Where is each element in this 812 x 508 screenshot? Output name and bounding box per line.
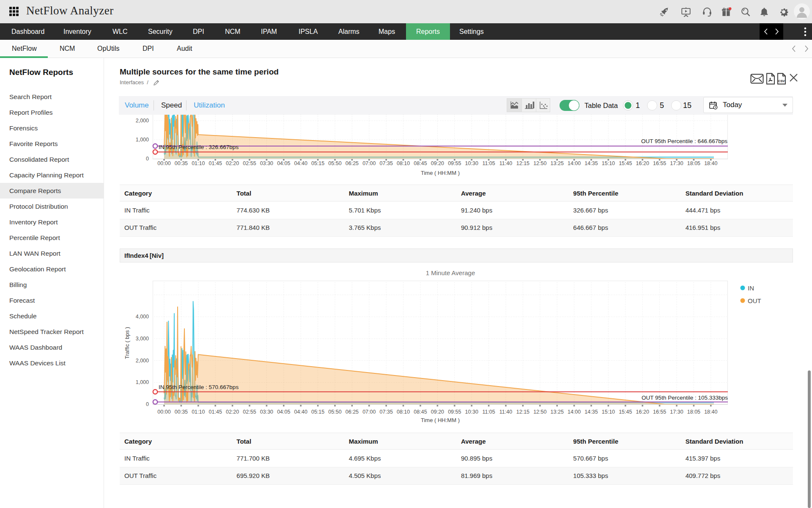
- svg-text:07:35: 07:35: [380, 160, 393, 166]
- svg-text:07:00: 07:00: [362, 409, 376, 415]
- svg-text:05:15: 05:15: [311, 160, 324, 166]
- svg-text:12:50: 12:50: [533, 160, 546, 166]
- svg-text:18:40: 18:40: [704, 160, 717, 166]
- svg-text:01:45: 01:45: [209, 160, 222, 166]
- svg-text:09:20: 09:20: [431, 160, 444, 166]
- svg-text:12:15: 12:15: [516, 409, 529, 415]
- svg-text:16:55: 16:55: [653, 409, 666, 415]
- svg-text:01:10: 01:10: [192, 160, 205, 166]
- svg-text:14:00: 14:00: [568, 160, 581, 166]
- svg-text:03:30: 03:30: [260, 160, 273, 166]
- svg-text:IN 95th Percentile : 570.667bp: IN 95th Percentile : 570.667bps: [159, 384, 239, 390]
- svg-text:03:30: 03:30: [260, 409, 273, 415]
- svg-text:05:15: 05:15: [311, 409, 324, 415]
- svg-text:02:20: 02:20: [226, 160, 239, 166]
- svg-text:00:00: 00:00: [157, 409, 170, 415]
- svg-text:15:45: 15:45: [619, 409, 632, 415]
- svg-text:16:20: 16:20: [636, 409, 649, 415]
- svg-text:4,000: 4,000: [136, 314, 149, 320]
- svg-text:08:10: 08:10: [397, 160, 410, 166]
- svg-text:05:50: 05:50: [328, 160, 341, 166]
- svg-text:1,000: 1,000: [136, 137, 149, 143]
- svg-text:13:25: 13:25: [551, 160, 564, 166]
- svg-text:11:40: 11:40: [499, 409, 512, 415]
- svg-text:10:30: 10:30: [465, 160, 478, 166]
- svg-text:18:05: 18:05: [687, 409, 700, 415]
- svg-text:Time ( HH:MM ): Time ( HH:MM ): [421, 170, 460, 176]
- svg-text:06:25: 06:25: [346, 160, 359, 166]
- svg-text:01:10: 01:10: [192, 409, 205, 415]
- svg-text:12:15: 12:15: [516, 160, 529, 166]
- svg-text:0: 0: [146, 156, 149, 162]
- svg-text:Time ( HH:MM ): Time ( HH:MM ): [421, 417, 460, 423]
- svg-text:10:30: 10:30: [465, 409, 478, 415]
- svg-text:1,000: 1,000: [136, 379, 149, 385]
- svg-text:02:20: 02:20: [226, 409, 239, 415]
- svg-text:OUT: OUT: [748, 297, 761, 304]
- svg-text:13:25: 13:25: [551, 409, 564, 415]
- svg-text:06:25: 06:25: [346, 409, 359, 415]
- svg-text:00:35: 00:35: [175, 409, 188, 415]
- svg-text:11:05: 11:05: [482, 409, 495, 415]
- svg-text:07:35: 07:35: [380, 409, 393, 415]
- svg-text:15:10: 15:10: [602, 409, 615, 415]
- svg-text:12:50: 12:50: [533, 409, 546, 415]
- svg-text:1 Minute Average: 1 Minute Average: [426, 269, 475, 276]
- svg-text:04:05: 04:05: [277, 409, 290, 415]
- svg-text:2,000: 2,000: [136, 118, 149, 124]
- svg-text:01:45: 01:45: [209, 409, 222, 415]
- svg-text:17:30: 17:30: [670, 409, 683, 415]
- svg-text:04:40: 04:40: [294, 409, 307, 415]
- svg-text:04:05: 04:05: [277, 160, 290, 166]
- svg-text:14:35: 14:35: [584, 409, 598, 415]
- svg-text:11:05: 11:05: [482, 160, 495, 166]
- svg-text:3,000: 3,000: [136, 336, 149, 342]
- svg-text:OUT 95th Percentile : 646.667b: OUT 95th Percentile : 646.667bps: [641, 138, 727, 144]
- svg-text:18:05: 18:05: [687, 160, 700, 166]
- svg-text:02:55: 02:55: [243, 160, 256, 166]
- svg-text:0: 0: [146, 401, 149, 407]
- svg-text:OUT 95th Percentile : 105.333b: OUT 95th Percentile : 105.333bps: [642, 395, 728, 401]
- svg-text:07:00: 07:00: [362, 160, 376, 166]
- svg-text:17:30: 17:30: [670, 160, 683, 166]
- svg-text:16:55: 16:55: [653, 160, 666, 166]
- svg-text:14:00: 14:00: [568, 409, 581, 415]
- svg-text:09:55: 09:55: [448, 160, 461, 166]
- svg-text:00:35: 00:35: [175, 160, 188, 166]
- svg-text:Traffic ( bps ): Traffic ( bps ): [124, 327, 130, 359]
- svg-text:04:40: 04:40: [294, 160, 307, 166]
- svg-text:14:35: 14:35: [584, 160, 598, 166]
- svg-text:00:00: 00:00: [157, 160, 170, 166]
- svg-text:02:55: 02:55: [243, 409, 256, 415]
- svg-text:16:20: 16:20: [636, 160, 649, 166]
- svg-text:11:40: 11:40: [499, 160, 512, 166]
- svg-text:09:20: 09:20: [431, 409, 444, 415]
- svg-text:15:45: 15:45: [619, 160, 632, 166]
- svg-text:09:55: 09:55: [448, 409, 461, 415]
- svg-text:15:10: 15:10: [602, 160, 615, 166]
- svg-text:IN: IN: [748, 284, 754, 292]
- svg-text:05:50: 05:50: [328, 409, 341, 415]
- svg-text:18:40: 18:40: [704, 409, 717, 415]
- svg-text:CSV: CSV: [778, 79, 785, 83]
- svg-text:2,000: 2,000: [136, 358, 149, 364]
- svg-text:IN 95th Percentile : 326.667bp: IN 95th Percentile : 326.667bps: [159, 144, 239, 150]
- svg-text:08:10: 08:10: [397, 409, 410, 415]
- svg-text:08:45: 08:45: [414, 160, 427, 166]
- svg-text:08:45: 08:45: [414, 409, 427, 415]
